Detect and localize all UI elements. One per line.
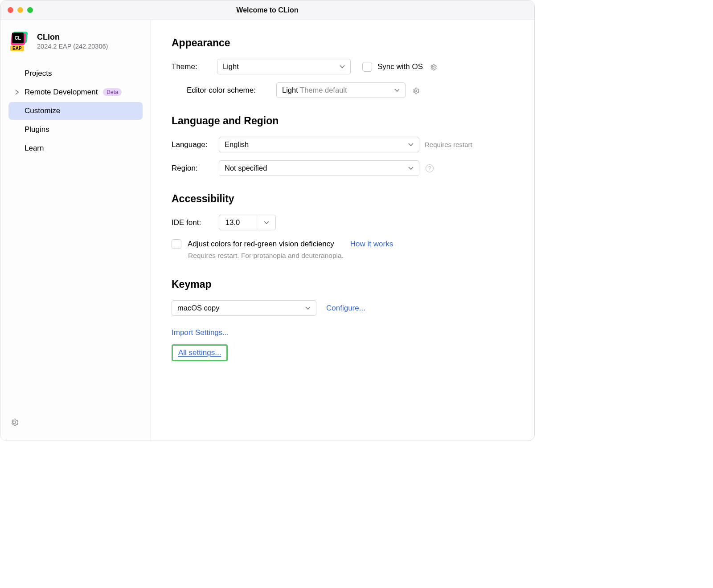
adjust-colors-label: Adjust colors for red-green vision defic…: [188, 240, 334, 249]
ide-font-row: IDE font: 13.0: [172, 215, 514, 230]
eap-badge: EAP: [10, 45, 24, 51]
beta-badge: Beta: [103, 88, 122, 96]
adjust-colors-row: Adjust colors for red-green vision defic…: [172, 239, 514, 249]
sidebar: CL EAP CLion 2024.2 EAP (242.20306) Proj…: [0, 20, 151, 441]
chevron-down-icon: [408, 167, 414, 170]
sync-with-os-label: Sync with OS: [377, 62, 423, 71]
sidebar-item-label: Customize: [25, 106, 60, 115]
brand: CL EAP CLion 2024.2 EAP (242.20306): [0, 31, 151, 59]
main-panel: Appearance Theme: Light Sync with OS: [151, 20, 534, 441]
editor-scheme-select[interactable]: Light Theme default: [276, 82, 406, 98]
chevron-down-icon: [408, 143, 414, 147]
keymap-value: macOS copy: [177, 304, 219, 312]
keymap-row: macOS copy Configure...: [172, 300, 514, 316]
import-settings-row: Import Settings...: [172, 328, 514, 337]
window-body: CL EAP CLion 2024.2 EAP (242.20306) Proj…: [0, 20, 534, 441]
sync-with-os-checkbox[interactable]: [362, 62, 372, 72]
sidebar-item-customize[interactable]: Customize: [8, 102, 143, 120]
minimize-button[interactable]: [17, 7, 23, 13]
language-heading: Language and Region: [172, 115, 514, 127]
keymap-heading: Keymap: [172, 278, 514, 290]
sidebar-item-learn[interactable]: Learn: [8, 139, 143, 157]
zoom-button[interactable]: [27, 7, 33, 13]
all-settings-highlight: All settings...: [172, 344, 228, 361]
chevron-down-icon: [305, 306, 311, 310]
window-title: Welcome to CLion: [236, 6, 298, 14]
appearance-heading: Appearance: [172, 37, 514, 49]
region-value: Not specified: [225, 164, 267, 172]
import-settings-link[interactable]: Import Settings...: [172, 328, 229, 337]
chevron-down-icon: [394, 89, 400, 92]
theme-value: Light: [223, 62, 239, 71]
sidebar-item-label: Learn: [25, 144, 44, 153]
app-name: CLion: [37, 33, 108, 42]
language-value: English: [225, 140, 249, 149]
window-controls: [8, 7, 33, 13]
keymap-select[interactable]: macOS copy: [172, 300, 316, 316]
sidebar-item-remote-development[interactable]: Remote Development Beta: [8, 83, 143, 101]
sidebar-item-projects[interactable]: Projects: [8, 65, 143, 82]
region-row: Region: Not specified ?: [172, 160, 514, 176]
chevron-right-icon: [15, 90, 22, 95]
theme-label: Theme:: [172, 62, 217, 71]
titlebar: Welcome to CLion: [0, 0, 534, 20]
app-version: 2024.2 EAP (242.20306): [37, 43, 108, 50]
sidebar-item-label: Remote Development: [25, 88, 98, 97]
language-select[interactable]: English: [219, 137, 419, 152]
close-button[interactable]: [8, 7, 13, 13]
adjust-colors-checkbox[interactable]: [172, 239, 181, 249]
logo-text: CL: [12, 33, 24, 43]
language-row: Language: English Requires restart: [172, 137, 514, 152]
theme-row: Theme: Light Sync with OS: [172, 59, 514, 74]
ide-font-spinner[interactable]: 13.0: [219, 215, 276, 230]
sidebar-footer: [0, 418, 151, 435]
ide-font-value: 13.0: [219, 215, 257, 230]
editor-scheme-value: Light Theme default: [282, 86, 347, 94]
clion-logo-icon: CL EAP: [10, 31, 31, 51]
language-label: Language:: [172, 140, 219, 149]
sidebar-item-label: Plugins: [25, 125, 49, 134]
region-select[interactable]: Not specified: [219, 160, 419, 176]
editor-scheme-label: Editor color scheme:: [172, 86, 276, 95]
ide-font-step-button[interactable]: [257, 215, 275, 230]
keymap-configure-link[interactable]: Configure...: [326, 304, 365, 313]
editor-color-scheme-row: Editor color scheme: Light Theme default: [172, 82, 514, 98]
brand-text: CLion 2024.2 EAP (242.20306): [37, 33, 108, 50]
welcome-window: Welcome to CLion CL EAP CLion 2024.2 EAP…: [0, 0, 535, 441]
region-label: Region:: [172, 164, 219, 173]
sync-gear-icon[interactable]: [429, 63, 437, 71]
all-settings-link[interactable]: All settings...: [178, 348, 221, 357]
editor-scheme-gear-icon[interactable]: [412, 86, 420, 94]
accessibility-heading: Accessibility: [172, 193, 514, 205]
theme-select[interactable]: Light: [217, 59, 351, 74]
chevron-down-icon: [340, 65, 345, 69]
help-icon[interactable]: ?: [426, 164, 434, 172]
language-hint: Requires restart: [425, 141, 472, 148]
gear-icon[interactable]: [10, 418, 18, 426]
sidebar-nav: Projects Remote Development Beta Customi…: [0, 65, 151, 157]
adjust-colors-note: Requires restart. For protanopia and deu…: [188, 252, 514, 260]
how-it-works-link[interactable]: How it works: [350, 240, 393, 249]
sidebar-item-plugins[interactable]: Plugins: [8, 121, 143, 139]
ide-font-label: IDE font:: [172, 218, 219, 227]
sidebar-item-label: Projects: [25, 69, 52, 78]
